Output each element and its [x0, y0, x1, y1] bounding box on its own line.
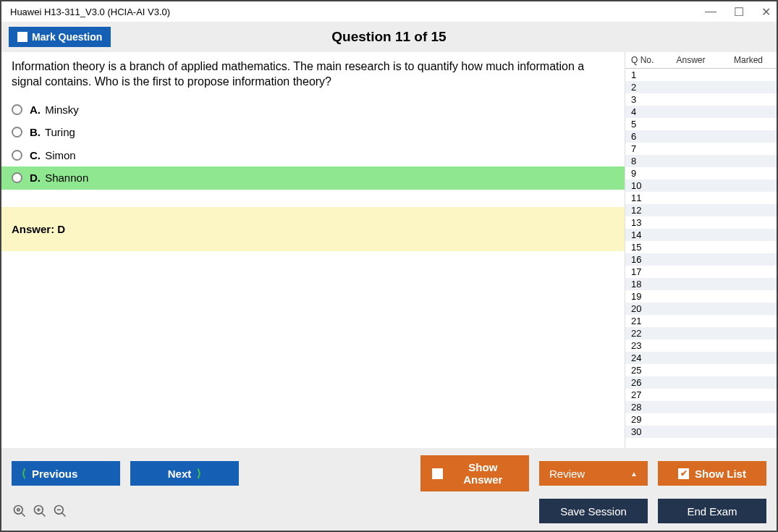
svg-line-4 [42, 513, 46, 517]
question-list-row[interactable]: 20 [625, 303, 777, 315]
question-list-row[interactable]: 12 [625, 204, 777, 216]
radio-icon [12, 172, 22, 183]
question-list-row[interactable]: 1 [625, 69, 777, 81]
row-qno: 20 [628, 303, 659, 314]
review-button[interactable]: Review ▲ [539, 461, 648, 486]
question-list-row[interactable]: 26 [625, 376, 777, 389]
show-list-button[interactable]: ✔ Show List [658, 461, 766, 486]
row-qno: 29 [628, 414, 659, 425]
window-title: Huawei H13-311_V3.0 (HCIA-AI V3.0) [7, 7, 170, 17]
window-controls: — ☐ ✕ [705, 5, 771, 19]
question-list-row[interactable]: 28 [625, 401, 777, 413]
choice-label: D. Shannon [30, 171, 88, 185]
question-list-row[interactable]: 9 [625, 167, 777, 180]
question-list-row[interactable]: 25 [625, 364, 777, 376]
radio-icon [12, 150, 22, 161]
row-qno: 2 [628, 82, 659, 93]
row-qno: 8 [628, 156, 659, 166]
question-list-row[interactable]: 13 [625, 216, 777, 229]
mark-question-button[interactable]: Mark Question [9, 27, 111, 47]
choice-B[interactable]: B. Turing [1, 121, 625, 144]
question-list-row[interactable]: 8 [625, 155, 777, 167]
question-list-row[interactable]: 14 [625, 229, 777, 241]
question-list-row[interactable]: 22 [625, 327, 777, 339]
footer-row-1: ⟨ Previous Next ⟩ Show Answer Review ▲ ✔… [12, 455, 766, 491]
close-icon[interactable]: ✕ [761, 5, 771, 19]
checkbox-icon [17, 32, 28, 42]
question-list-row[interactable]: 27 [625, 389, 777, 401]
save-session-button[interactable]: Save Session [539, 499, 648, 523]
question-list-row[interactable]: 5 [625, 118, 777, 130]
question-list-row[interactable]: 29 [625, 413, 777, 426]
question-list-row[interactable]: 10 [625, 180, 777, 192]
end-exam-button[interactable]: End Exam [658, 499, 766, 523]
zoom-in-icon[interactable] [32, 503, 48, 519]
row-qno: 4 [628, 106, 659, 117]
row-qno: 9 [628, 168, 659, 179]
header: Mark Question Question 11 of 15 [1, 22, 777, 52]
svg-point-0 [14, 506, 23, 515]
show-answer-button[interactable]: Show Answer [420, 455, 529, 491]
row-qno: 12 [628, 205, 659, 216]
zoom-reset-icon[interactable] [12, 503, 28, 519]
choice-label: B. Turing [30, 125, 75, 140]
chevron-left-icon: ⟨ [22, 467, 26, 480]
row-qno: 25 [628, 365, 659, 376]
row-qno: 28 [628, 402, 659, 413]
show-answer-label: Show Answer [449, 461, 517, 486]
end-exam-label: End Exam [687, 505, 737, 518]
maximize-icon[interactable]: ☐ [734, 5, 744, 19]
row-qno: 5 [628, 119, 659, 130]
question-list-row[interactable]: 11 [625, 192, 777, 204]
question-list-row[interactable]: 6 [625, 130, 777, 143]
chevron-right-icon: ⟩ [197, 467, 201, 480]
choice-D[interactable]: D. Shannon [1, 166, 625, 190]
question-list-row[interactable]: 15 [625, 241, 777, 253]
footer: ⟨ Previous Next ⟩ Show Answer Review ▲ ✔… [1, 448, 777, 531]
question-list-row[interactable]: 30 [625, 426, 777, 438]
question-list-row[interactable]: 16 [625, 253, 777, 266]
footer-row-2: Save Session End Exam [12, 499, 766, 523]
choice-label: A. Minsky [30, 103, 79, 117]
radio-icon [12, 127, 22, 138]
header-answer: Answer [659, 55, 723, 65]
previous-button[interactable]: ⟨ Previous [12, 461, 120, 486]
svg-line-8 [62, 513, 66, 517]
row-qno: 26 [628, 377, 659, 388]
row-qno: 27 [628, 389, 659, 400]
row-qno: 30 [628, 426, 659, 437]
row-qno: 23 [628, 340, 659, 351]
row-qno: 6 [628, 131, 659, 142]
review-label: Review [549, 468, 585, 480]
choice-C[interactable]: C. Simon [1, 144, 625, 167]
dropdown-arrow-icon: ▲ [630, 470, 638, 478]
app-window: Huawei H13-311_V3.0 (HCIA-AI V3.0) — ☐ ✕… [0, 0, 778, 532]
answer-label: Answer: D [12, 223, 65, 235]
header-marked: Marked [723, 55, 774, 65]
question-list[interactable]: 1234567891011121314151617181920212223242… [625, 69, 777, 448]
next-button[interactable]: Next ⟩ [130, 461, 239, 486]
question-list-row[interactable]: 23 [625, 339, 777, 352]
svg-line-1 [22, 513, 25, 517]
show-list-label: Show List [695, 468, 746, 480]
question-list-row[interactable]: 21 [625, 315, 777, 327]
question-list-row[interactable]: 17 [625, 266, 777, 278]
row-qno: 19 [628, 291, 659, 302]
choice-A[interactable]: A. Minsky [1, 98, 625, 122]
row-qno: 18 [628, 279, 659, 290]
row-qno: 3 [628, 94, 659, 105]
zoom-out-icon[interactable] [52, 503, 68, 519]
row-qno: 17 [628, 266, 659, 277]
question-list-row[interactable]: 18 [625, 278, 777, 290]
question-list-row[interactable]: 3 [625, 93, 777, 106]
question-panel: Information theory is a branch of applie… [1, 52, 625, 448]
row-qno: 7 [628, 143, 659, 154]
question-list-row[interactable]: 2 [625, 81, 777, 93]
question-list-row[interactable]: 7 [625, 143, 777, 155]
question-list-row[interactable]: 24 [625, 352, 777, 364]
question-list-row[interactable]: 19 [625, 290, 777, 303]
question-list-row[interactable]: 4 [625, 106, 777, 118]
question-list-header: Q No. Answer Marked [625, 52, 777, 69]
row-qno: 14 [628, 229, 659, 240]
minimize-icon[interactable]: — [705, 5, 716, 19]
